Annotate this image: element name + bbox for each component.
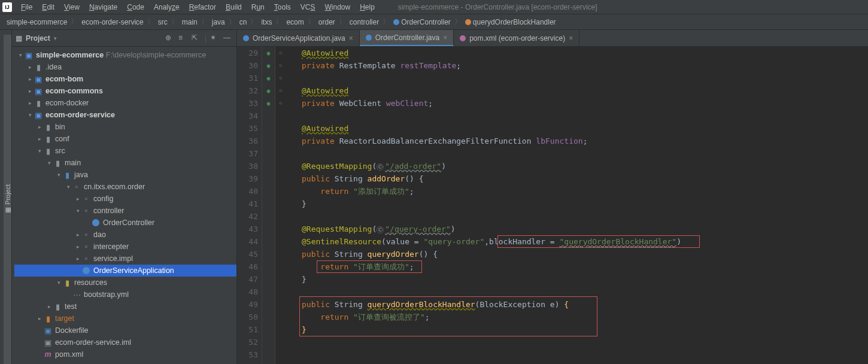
folder-icon: ▮ <box>53 159 62 167</box>
tree-ecom-order-service[interactable]: ▾▣ecom-order-service <box>14 109 236 121</box>
tree-service-impl[interactable]: ▸▫service.impl <box>14 253 236 265</box>
crumb-controller[interactable]: controller <box>348 18 381 26</box>
package-icon: ▫ <box>72 183 81 191</box>
menu-help[interactable]: Help <box>356 2 379 13</box>
crumb-root[interactable]: simple-ecommerce <box>5 18 69 26</box>
menu-code[interactable]: Code <box>123 2 148 13</box>
crumb-src[interactable]: src <box>156 18 169 26</box>
menu-view[interactable]: View <box>60 2 84 13</box>
module-icon: ▣ <box>24 51 34 59</box>
crumb-ecom[interactable]: ecom <box>284 18 305 26</box>
tree-root[interactable]: ▾▣simple-ecommerce F:\develop\simple-eco… <box>14 49 236 61</box>
class-icon <box>91 219 101 227</box>
menu-tools[interactable]: Tools <box>270 2 295 13</box>
tree-test[interactable]: ▸▮test <box>14 301 236 313</box>
tree-intercepter[interactable]: ▸▫intercepter <box>14 241 236 253</box>
tree-idea[interactable]: ▸▮.idea <box>14 61 236 73</box>
close-icon[interactable]: × <box>349 34 353 43</box>
tree-config[interactable]: ▸▫config <box>14 193 236 205</box>
app-icon: IJ <box>2 2 12 12</box>
tree-dao[interactable]: ▸▫dao <box>14 229 236 241</box>
crumb-java[interactable]: java <box>210 18 227 26</box>
tree-resources[interactable]: ▾▮resources <box>14 277 236 289</box>
menu-build[interactable]: Build <box>221 2 246 13</box>
menu-navigate[interactable]: Navigate <box>85 2 122 13</box>
tree-conf[interactable]: ▸▮conf <box>14 133 236 145</box>
tree-ecom-bom[interactable]: ▸▣ecom-bom <box>14 73 236 85</box>
tree-java[interactable]: ▾▮java <box>14 169 236 181</box>
iml-icon: ▣ <box>43 338 53 347</box>
tree-target[interactable]: ▸▮target <box>14 313 236 324</box>
editor-area: OrderServiceApplication.java× OrderContr… <box>237 30 868 364</box>
tab-orderserviceapplication[interactable]: OrderServiceApplication.java× <box>237 30 360 46</box>
package-icon: ▫ <box>81 230 91 239</box>
tab-ordercontroller[interactable]: OrderController.java× <box>360 30 454 46</box>
crumb-itxs[interactable]: itxs <box>259 18 274 26</box>
module-icon: ▣ <box>34 75 43 83</box>
package-icon: ▫ <box>81 254 91 263</box>
code-editor[interactable]: 2930313233343536373839404142434445464748… <box>237 47 868 364</box>
menu-bar: IJ File Edit View Navigate Code Analyze … <box>0 0 868 14</box>
project-view-dropdown[interactable]: ▾ <box>54 35 57 41</box>
project-panel-title: Project <box>26 34 50 43</box>
tree-package[interactable]: ▾▫cn.itxs.ecom.order <box>14 181 236 193</box>
project-panel-icon: ▦ <box>16 34 22 43</box>
maven-icon: m <box>43 350 53 359</box>
expand-icon[interactable]: ≡ <box>178 34 188 43</box>
package-icon: ▫ <box>81 207 91 215</box>
menu-analyze[interactable]: Analyze <box>150 2 184 13</box>
source-folder-icon: ▮ <box>62 171 72 179</box>
fold-gutter[interactable]: ⊖⊖⊖⊖⊖ <box>275 47 286 364</box>
menu-vcs[interactable]: VCS <box>296 2 320 13</box>
tree-dockerfile[interactable]: ▣Dockerfile <box>14 324 236 336</box>
gutter-icons[interactable]: ◉◉◉◉◉ <box>262 47 275 364</box>
crumb-method[interactable]: querydOrderBlockHandler <box>463 18 558 26</box>
class-icon <box>81 266 91 275</box>
tree-iml[interactable]: ▣ecom-order-service.iml <box>14 336 236 348</box>
code-content[interactable]: @Autowiredprivate RestTemplate restTempl… <box>286 47 868 364</box>
settings-icon[interactable]: ✶ <box>210 34 220 43</box>
tree-bootstrap[interactable]: ⋯bootstrap.yml <box>14 289 236 301</box>
close-icon[interactable]: × <box>443 34 447 42</box>
crumb-order[interactable]: order <box>317 18 337 26</box>
project-panel: ▦ Project ▾ ⊕ ≡ ⇱ | ✶ — ▾▣simple-ecommer… <box>12 30 237 364</box>
crumb-class[interactable]: OrderController <box>391 18 453 26</box>
crumb-main[interactable]: main <box>180 18 199 26</box>
tree-bin[interactable]: ▸▮bin <box>14 121 236 133</box>
tree-ecom-commons[interactable]: ▸▣ecom-commons <box>14 85 236 97</box>
menu-edit[interactable]: Edit <box>38 2 59 13</box>
tab-pom[interactable]: pom.xml (ecom-order-service)× <box>454 30 579 46</box>
menu-refactor[interactable]: Refactor <box>185 2 220 13</box>
java-icon <box>243 35 249 41</box>
method-icon <box>465 19 471 25</box>
folder-icon: ▮ <box>34 63 43 71</box>
editor-tabs: OrderServiceApplication.java× OrderContr… <box>237 30 868 47</box>
project-tree[interactable]: ▾▣simple-ecommerce F:\develop\simple-eco… <box>12 47 236 364</box>
module-icon: ▣ <box>34 87 43 95</box>
yml-icon: ⋯ <box>72 290 81 299</box>
tree-ecom-docker[interactable]: ▸▮ecom-docker <box>14 97 236 109</box>
project-tool-tab[interactable]: ▦ Project <box>4 35 11 364</box>
crumb-cn[interactable]: cn <box>238 18 249 26</box>
tree-main[interactable]: ▾▮main <box>14 157 236 169</box>
menu-file[interactable]: File <box>17 2 37 13</box>
hide-icon[interactable]: — <box>223 34 233 43</box>
folder-icon: ▮ <box>43 123 53 131</box>
locate-icon[interactable]: ⊕ <box>165 34 175 43</box>
collapse-icon[interactable]: ⇱ <box>192 34 201 43</box>
menu-run[interactable]: Run <box>247 2 269 13</box>
folder-icon: ▮ <box>43 135 53 143</box>
tree-orderserviceapplication[interactable]: OrderServiceApplication <box>14 265 236 277</box>
left-tool-strip: ▦ Project <box>0 30 12 364</box>
menu-window[interactable]: Window <box>320 2 354 13</box>
crumb-module[interactable]: ecom-order-service <box>80 18 145 26</box>
close-icon[interactable]: × <box>569 34 573 43</box>
tree-pom[interactable]: mpom.xml <box>14 348 236 360</box>
tree-ordercontroller[interactable]: OrderController <box>14 217 236 229</box>
package-icon: ▫ <box>81 195 91 203</box>
window-title: simple-ecommerce - OrderController.java … <box>380 3 597 11</box>
line-number-gutter: 2930313233343536373839404142434445464748… <box>237 47 262 364</box>
tree-src[interactable]: ▾▮src <box>14 145 236 157</box>
tree-controller[interactable]: ▾▫controller <box>14 205 236 217</box>
folder-icon: ▮ <box>53 302 62 311</box>
